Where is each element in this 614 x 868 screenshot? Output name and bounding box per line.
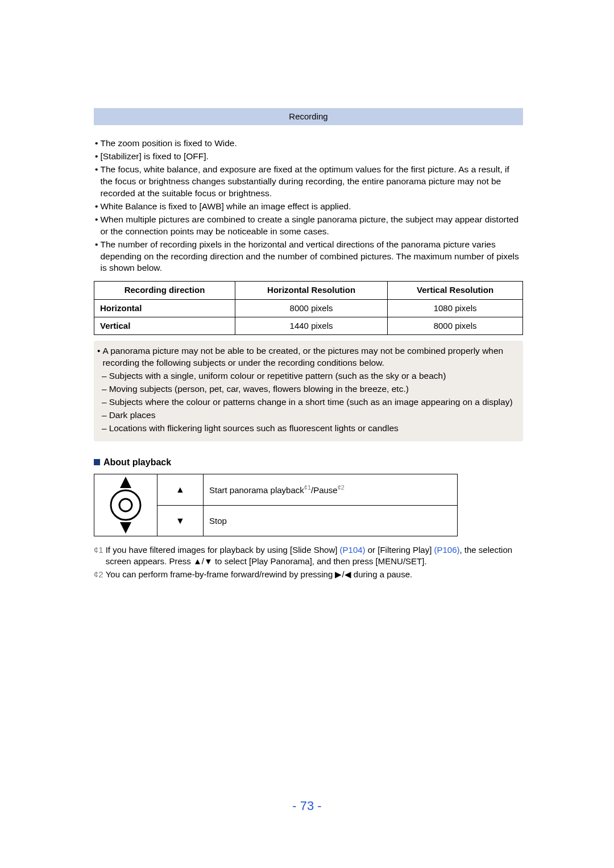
svg-point-3 xyxy=(119,499,132,511)
cell-dir: Horizontal xyxy=(94,299,235,317)
up-symbol: ▲ xyxy=(157,474,204,506)
th-direction: Recording direction xyxy=(94,282,235,299)
cell-h: 8000 pixels xyxy=(235,299,387,317)
th-vertical: Vertical Resolution xyxy=(388,282,523,299)
dash-item: –Moving subjects (person, pet, car, wave… xyxy=(102,383,518,395)
cell-dir: Vertical xyxy=(94,317,235,334)
footnote-mark: ¢1 xyxy=(94,544,106,568)
cell-v: 8000 pixels xyxy=(388,317,523,334)
pb-action-stop: Stop xyxy=(204,506,458,536)
dash-item: –Subjects where the colour or patterns c… xyxy=(102,396,518,408)
table-row: Horizontal 8000 pixels 1080 pixels xyxy=(94,299,523,317)
link-p104[interactable]: (P104) xyxy=(340,545,366,555)
notes-top: •The zoom position is fixed to Wide. •[S… xyxy=(94,138,523,274)
page: Recording •The zoom position is fixed to… xyxy=(0,0,614,868)
bullet-item: •The focus, white balance, and exposure … xyxy=(95,164,522,200)
playback-table: ▲ Start panorama playback¢1/Pause¢2 ▼ St… xyxy=(94,474,458,536)
bullet-item: •[Stabilizer] is fixed to [OFF]. xyxy=(95,151,522,163)
link-p106[interactable]: (P106) xyxy=(434,545,459,555)
dash-item: –Subjects with a single, uniform colour … xyxy=(102,370,518,382)
table-header-row: Recording direction Horizontal Resolutio… xyxy=(94,282,523,299)
cell-h: 1440 pixels xyxy=(235,317,387,334)
dash-item: –Locations with flickering light sources… xyxy=(102,423,518,435)
table-row: ▲ Start panorama playback¢1/Pause¢2 xyxy=(94,474,458,506)
control-pad-cell xyxy=(94,474,157,536)
bullet-item: •White Balance is fixed to [AWB] while a… xyxy=(95,201,522,213)
footnote-1: ¢1 If you have filtered images for playb… xyxy=(94,544,523,568)
footnote-2: ¢2 You can perform frame-by-frame forwar… xyxy=(94,569,523,580)
control-pad-icon xyxy=(106,474,145,536)
square-bullet-icon xyxy=(94,459,100,465)
caution-box: •A panorama picture may not be able to b… xyxy=(94,341,523,441)
table-row: Vertical 1440 pixels 8000 pixels xyxy=(94,317,523,334)
page-number: - 73 - xyxy=(0,797,614,815)
svg-point-2 xyxy=(111,490,140,520)
bullet-item: •A panorama picture may not be able to b… xyxy=(97,345,518,369)
svg-marker-1 xyxy=(120,522,131,534)
about-playback-heading: About playback xyxy=(94,456,523,469)
bullet-item: •The zoom position is fixed to Wide. xyxy=(95,138,522,150)
footnote-ref-1: ¢1 xyxy=(304,484,311,491)
pb-action-start: Start panorama playback¢1/Pause¢2 xyxy=(204,474,458,506)
footnote-mark: ¢2 xyxy=(94,569,106,580)
cell-v: 1080 pixels xyxy=(388,299,523,317)
bullet-item: •When multiple pictures are combined to … xyxy=(95,214,522,238)
bullet-item: •The number of recording pixels in the h… xyxy=(95,239,522,275)
footnote-ref-2: ¢2 xyxy=(338,484,345,491)
resolution-table: Recording direction Horizontal Resolutio… xyxy=(94,281,523,335)
section-header: Recording xyxy=(94,108,523,125)
th-horizontal: Horizontal Resolution xyxy=(235,282,387,299)
svg-marker-0 xyxy=(120,477,131,488)
dash-item: –Dark places xyxy=(102,410,518,421)
down-symbol: ▼ xyxy=(157,506,204,536)
